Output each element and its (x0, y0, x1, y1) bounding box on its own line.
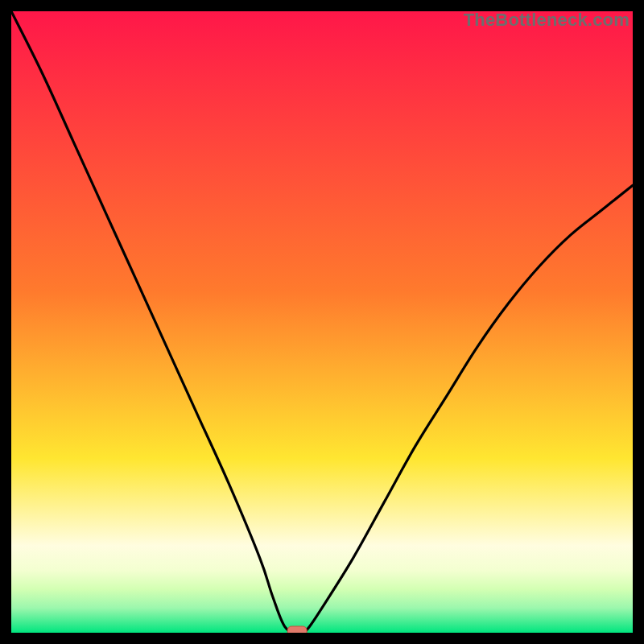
gradient-background (11, 11, 633, 633)
chart-svg (11, 11, 633, 633)
plot-area (11, 11, 633, 633)
chart-frame: TheBottleneck.com (0, 0, 644, 644)
watermark-text: TheBottleneck.com (464, 10, 630, 31)
optimal-point-marker (287, 626, 307, 633)
